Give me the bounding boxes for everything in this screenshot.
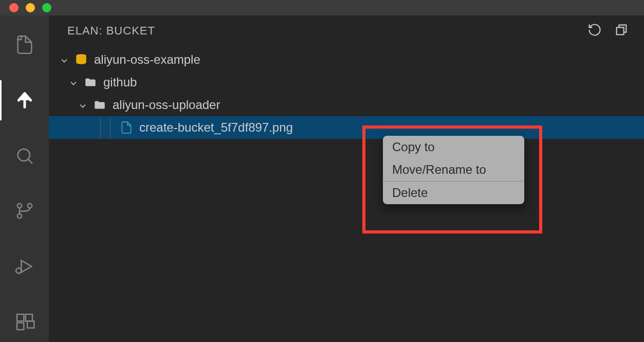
folder-icon [84, 76, 97, 89]
context-delete[interactable]: Delete [383, 182, 524, 204]
tree-bucket-label: aliyun-oss-example [94, 52, 200, 67]
svg-rect-8 [27, 321, 34, 328]
context-move-rename[interactable]: Move/Rename to [383, 158, 524, 181]
arrow-up-icon [14, 90, 35, 111]
context-copy-to[interactable]: Copy to [383, 136, 524, 158]
search-icon [14, 146, 35, 166]
tree-folder-uploader-row[interactable]: aliyun-oss-uploader [49, 94, 644, 116]
svg-point-2 [17, 214, 21, 218]
folder-icon [93, 98, 106, 112]
svg-point-4 [16, 268, 21, 274]
titlebar [0, 0, 644, 15]
tree-view: aliyun-oss-example github aliyun-oss-upl… [49, 46, 644, 139]
svg-rect-9 [617, 27, 624, 34]
maximize-window-button[interactable] [42, 3, 51, 12]
svg-point-0 [17, 149, 29, 160]
collapse-all-button[interactable] [614, 23, 629, 39]
upload-tab[interactable] [0, 80, 49, 120]
svg-rect-7 [17, 323, 24, 330]
tree-bucket-row[interactable]: aliyun-oss-example [49, 48, 644, 71]
file-icon [120, 121, 133, 134]
chevron-down-icon [68, 77, 79, 87]
close-window-button[interactable] [9, 3, 19, 12]
chevron-down-icon [59, 55, 69, 65]
context-menu: Copy to Move/Rename to Delete [383, 136, 524, 204]
search-tab[interactable] [0, 136, 49, 176]
tree-file-label: create-bucket_5f7df897.png [139, 120, 293, 135]
sidebar-title: ELAN: BUCKET [67, 24, 155, 38]
sidebar: ELAN: BUCKET aliyun-oss-example github [49, 15, 644, 342]
files-icon [14, 34, 35, 55]
indent-guide [110, 116, 111, 139]
git-branch-icon [14, 201, 35, 221]
run-debug-tab[interactable] [0, 246, 49, 286]
tree-file-row[interactable]: create-bucket_5f7df897.png [49, 116, 644, 139]
tree-folder-label: github [103, 75, 137, 89]
svg-point-3 [27, 204, 31, 208]
debug-icon [14, 256, 35, 277]
database-icon [75, 53, 88, 66]
chevron-down-icon [78, 100, 88, 110]
explorer-tab[interactable] [0, 25, 49, 65]
extensions-tab[interactable] [0, 302, 49, 342]
svg-rect-6 [25, 314, 32, 321]
tree-folder-label: aliyun-oss-uploader [113, 98, 220, 112]
indent-guide [100, 116, 101, 139]
refresh-button[interactable] [587, 23, 602, 39]
minimize-window-button[interactable] [26, 3, 35, 12]
svg-point-1 [17, 204, 21, 208]
tree-folder-github-row[interactable]: github [49, 71, 644, 94]
collapse-icon [614, 23, 629, 37]
sidebar-header: ELAN: BUCKET [49, 15, 644, 46]
svg-rect-5 [17, 314, 24, 321]
source-control-tab[interactable] [0, 191, 49, 231]
refresh-icon [587, 23, 602, 37]
activity-bar [0, 15, 49, 342]
extensions-icon [14, 312, 35, 332]
